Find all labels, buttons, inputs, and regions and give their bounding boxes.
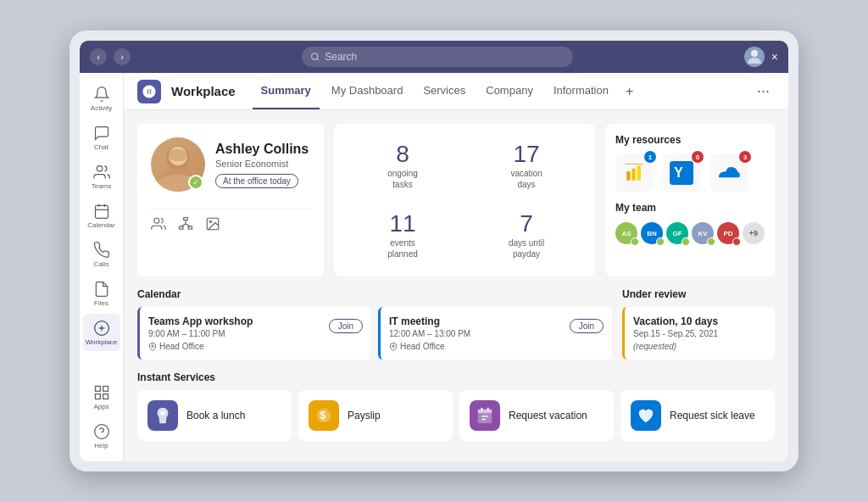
bottom-section: Calendar Teams App workshop 9:00 AM – 11… [137,288,775,360]
sidebar-label-apps: Apps [93,403,108,410]
title-bar-left: ‹ › [90,48,131,65]
calendar-events: Teams App workshop 9:00 AM – 11:00 PM Jo… [137,307,612,360]
service-label-lunch: Book a lunch [186,410,245,421]
svg-point-36 [160,411,165,416]
team-member-gf[interactable]: GF [666,222,688,244]
event-title-meeting: IT meeting [389,315,470,327]
search-icon [310,52,320,62]
tab-information[interactable]: Information [545,73,617,109]
people-icon[interactable] [151,216,166,235]
service-sick-leave[interactable]: Request sick leave [620,390,775,441]
resource-power-bi[interactable]: 1 [615,154,653,192]
sidebar-item-help[interactable]: Help [83,417,120,455]
sidebar-item-calls[interactable]: Calls [83,236,120,273]
onedrive-badge: 3 [739,151,751,163]
org-chart-icon[interactable] [178,216,193,235]
sidebar-item-activity[interactable]: Activity [83,80,120,117]
user-avatar-title[interactable] [744,47,765,67]
event-card-meeting: IT meeting 12:00 AM – 13:00 PM Join Head… [378,307,612,360]
svg-point-1 [751,50,758,57]
service-book-lunch[interactable]: Book a lunch [137,390,292,441]
team-more-button[interactable]: +9 [743,222,765,244]
back-button[interactable]: ‹ [90,48,107,65]
svg-rect-21 [184,218,188,220]
team-member-pd[interactable]: PD [717,222,739,244]
svg-rect-31 [637,165,641,181]
stat-days-payday: 7 days untilpayday [468,204,585,266]
sidebar-item-calendar[interactable]: Calendar [83,197,120,234]
sidebar-item-teams[interactable]: Teams [83,158,120,195]
svg-point-2 [97,165,103,171]
office-status-badge[interactable]: At the office today [215,174,298,188]
stat-label-tasks: ongoingtasks [387,168,418,190]
under-review-section: Under review Vacation, 10 days Sep.15 - … [622,288,775,360]
book-lunch-icon [147,400,178,431]
join-button-meeting[interactable]: Join [570,319,604,333]
svg-rect-23 [188,226,192,229]
more-options-button[interactable]: ··· [752,82,775,100]
team-member-kv[interactable]: KV [692,222,714,244]
resource-yammer[interactable]: Y 0 [663,154,700,192]
payslip-icon: $ [309,400,339,431]
stat-label-vacation: vacationdays [510,168,542,190]
team-member-bn[interactable]: BN [641,222,663,244]
search-input[interactable] [325,51,565,63]
review-vacation-title: Vacation, 10 days [633,315,766,327]
sidebar-label-activity: Activity [91,104,112,112]
stat-number-payday: 7 [520,210,533,237]
svg-rect-40 [478,410,492,414]
svg-rect-30 [632,169,635,181]
service-request-vacation[interactable]: Request vacation [459,390,614,441]
service-label-sick-leave: Request sick leave [670,410,755,421]
online-status-icon: ✓ [188,175,203,190]
event-time-meeting: 12:00 AM – 13:00 PM [389,329,470,338]
svg-rect-11 [103,386,108,391]
photo-icon[interactable] [205,216,220,235]
stats-card: 8 ongoingtasks 17 vacationdays 11 events… [334,124,595,276]
stat-label-events: eventsplanned [387,237,418,259]
svg-text:$: $ [320,410,326,421]
join-button-workshop[interactable]: Join [329,319,363,333]
tab-services[interactable]: Services [415,73,474,109]
event-location-workshop: Head Office [148,342,363,351]
svg-point-35 [392,344,395,347]
search-bar[interactable] [302,47,573,67]
sidebar-item-apps[interactable]: Apps [83,378,120,416]
location-text-meeting: Head Office [400,342,445,351]
close-button[interactable]: × [771,50,778,64]
tab-company[interactable]: Company [477,73,542,109]
stat-number-events: 11 [389,210,415,237]
sidebar-item-files[interactable]: Files [83,275,120,312]
svg-rect-12 [95,393,100,399]
profile-avatar: ✓ [151,137,205,192]
team-member-as[interactable]: AS [615,222,637,244]
bell-icon [93,86,110,103]
review-vacation-status: (requested) [633,342,766,351]
tab-summary[interactable]: Summary [253,73,320,109]
resource-onedrive[interactable]: 3 [710,154,748,192]
apps-icon [93,384,110,401]
svg-point-20 [154,218,159,223]
page-content: ✓ Ashley Collins Senior Economist At the… [124,110,788,461]
forward-button[interactable]: › [114,48,131,65]
sidebar-label-calls: Calls [94,260,109,268]
service-payslip[interactable]: $ Payslip [298,390,453,441]
files-icon [93,281,110,298]
team-title: My team [615,202,765,214]
app-window: ‹ › × Activity [80,41,788,461]
svg-rect-3 [95,205,108,218]
workplace-icon [93,320,110,337]
svg-point-34 [152,344,154,347]
tab-dashboard[interactable]: My Dashboard [323,73,412,109]
sidebar-item-workplace[interactable]: Workplace [83,314,120,351]
sidebar-label-calendar: Calendar [87,221,114,229]
stat-events-planned: 11 eventsplanned [344,204,461,266]
sidebar-label-workplace: Workplace [86,338,118,346]
sidebar-label-chat: Chat [94,143,108,151]
add-tab-button[interactable]: + [620,84,638,99]
stat-vacation-days: 17 vacationdays [468,134,585,197]
resources-card: My resources [605,124,775,276]
instant-services-section: Instant Services Book a lunch $ [137,371,775,441]
svg-point-14 [94,424,108,438]
sidebar-item-chat[interactable]: Chat [83,119,120,156]
